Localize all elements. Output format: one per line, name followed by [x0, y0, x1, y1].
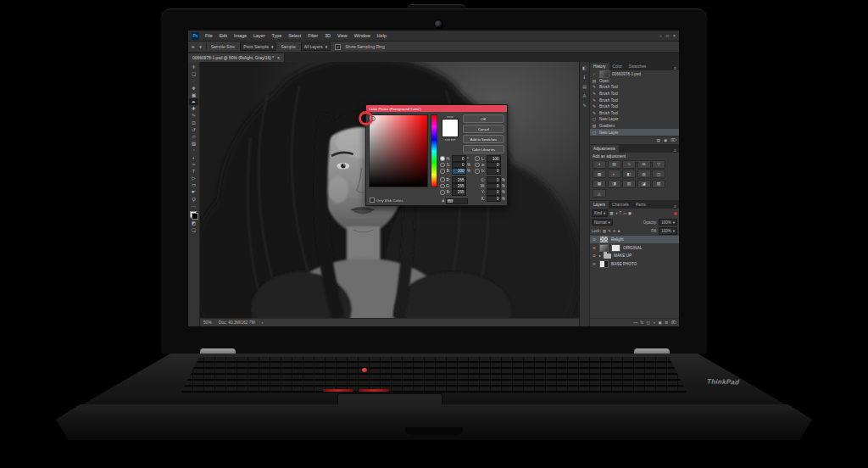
delete-layer-icon[interactable]: ⌦ [671, 320, 676, 325]
dialog-title-bar[interactable]: Color Picker (Foreground Color) [366, 105, 507, 112]
tab-layers[interactable]: Layers [590, 201, 609, 209]
properties-panel-icon[interactable]: ▤ [582, 84, 587, 89]
group-expand-icon[interactable]: ▸ [599, 254, 601, 258]
blue-radio[interactable] [440, 190, 445, 195]
layer-row-base-photo[interactable]: ⊙ BASE PHOTO [590, 259, 679, 268]
layer-name[interactable]: MAKE UP [614, 254, 632, 258]
color-balance-icon[interactable]: ◐ [608, 170, 621, 178]
photo-filter-icon[interactable]: ◍ [637, 170, 651, 178]
menu-filter[interactable]: Filter [307, 33, 319, 38]
r-field[interactable]: 255 [452, 176, 466, 183]
history-state-row[interactable]: ▢New Layer [590, 116, 679, 123]
brush-tool-icon[interactable]: ✎ [189, 112, 198, 119]
character-panel-icon[interactable]: A [583, 93, 586, 98]
link-layers-icon[interactable]: ⊶ [634, 320, 638, 325]
lock-image-icon[interactable]: ✎ [608, 229, 611, 233]
screen-mode-icon[interactable]: ▢ [189, 226, 198, 233]
eyedropper-tool-icon[interactable]: ✒ [189, 98, 198, 105]
history-state-row-selected[interactable]: ▢New Layer [590, 129, 679, 136]
black-white-icon[interactable]: ◧ [622, 170, 636, 178]
edit-toolbar-icon[interactable]: ⋯ [189, 203, 198, 209]
tab-channels[interactable]: Channels [609, 201, 632, 209]
history-snapshot-row[interactable]: ✓ 00660978-1.psd [590, 70, 679, 78]
color-lookup-icon[interactable]: ▩ [593, 180, 606, 188]
brush-settings-panel-icon[interactable]: ✎ [582, 103, 586, 108]
fill-select[interactable]: 100%▾ [659, 227, 677, 235]
levels-icon[interactable]: ▤ [608, 160, 621, 169]
eyedropper-tool-icon[interactable]: ✒ [192, 44, 195, 49]
show-sampling-ring-checkbox[interactable]: ✓ [335, 44, 341, 50]
threshold-icon[interactable]: ◪ [637, 180, 651, 188]
tab-paths[interactable]: Paths [632, 201, 649, 209]
pen-tool-icon[interactable]: ✑ [189, 161, 198, 168]
menu-type[interactable]: Type [270, 33, 282, 38]
gradient-tool-icon[interactable]: ▨ [189, 140, 198, 147]
hand-tool-icon[interactable]: ☛ [189, 188, 198, 195]
gradient-map-icon[interactable]: ▧ [652, 180, 665, 188]
cancel-button[interactable]: Cancel [463, 125, 504, 133]
filter-adjustment-layers-icon[interactable]: ◑ [615, 211, 618, 215]
tab-close-icon[interactable]: × [277, 56, 280, 60]
filter-kind-select[interactable]: Kind▾ [592, 209, 608, 217]
only-web-colors-checkbox[interactable] [370, 198, 375, 203]
tab-history[interactable]: History [590, 63, 609, 70]
status-caret-icon[interactable]: › [261, 320, 263, 325]
menu-file[interactable]: File [204, 33, 214, 38]
new-layer-icon[interactable]: ⊞ [665, 320, 668, 325]
color-picker-dialog[interactable]: Color Picker (Foreground Color) new [365, 104, 508, 206]
delete-state-icon[interactable]: ⌦ [670, 138, 676, 142]
lasso-tool-icon[interactable]: ◌ [189, 77, 198, 84]
layer-thumbnail[interactable] [599, 244, 609, 252]
lock-position-icon[interactable]: ✛ [613, 229, 616, 233]
info-panel-icon[interactable]: ℹ [584, 75, 586, 80]
crop-tool-icon[interactable]: ▣ [189, 92, 198, 98]
trackpoint[interactable] [362, 368, 367, 372]
layer-mask-thumbnail[interactable] [611, 244, 620, 252]
menu-edit[interactable]: Edit [219, 33, 228, 38]
hue-saturation-icon[interactable]: ▦ [593, 170, 606, 178]
quick-mask-icon[interactable]: ◩ [189, 220, 198, 226]
lock-transparent-icon[interactable]: ▨ [603, 229, 606, 233]
layer-name[interactable]: BASE PHOTO [611, 262, 637, 266]
dodge-tool-icon[interactable]: ◐ [189, 153, 198, 160]
brightness-contrast-icon[interactable]: ◑ [593, 160, 606, 169]
blur-tool-icon[interactable]: ◔ [189, 147, 198, 153]
layer-style-icon[interactable]: fx [641, 320, 644, 325]
menu-select[interactable]: Select [287, 33, 302, 38]
history-state-row[interactable]: ▨Gradient [590, 123, 679, 130]
new-snapshot-icon[interactable]: ◉ [664, 138, 667, 142]
lab-l-radio[interactable] [475, 156, 480, 161]
layer-row-original[interactable]: ⊙ ORIGINAL [590, 243, 679, 252]
keyboard[interactable] [181, 357, 687, 393]
visibility-eye-icon[interactable]: ⊙ [592, 237, 597, 242]
saturation-radio[interactable] [440, 163, 445, 168]
tab-adjustments[interactable]: Adjustments [590, 145, 619, 153]
marquee-tool-icon[interactable]: ▢ [189, 70, 198, 77]
green-radio[interactable] [440, 184, 445, 189]
menu-view[interactable]: View [337, 33, 348, 38]
color-libraries-button[interactable]: Color Libraries [463, 145, 504, 153]
hue-slider[interactable] [431, 114, 437, 187]
history-state-row[interactable]: ✎Brush Tool [590, 109, 679, 116]
h-field[interactable]: 0 [452, 155, 466, 162]
blend-mode-select[interactable]: Normal▾ [592, 219, 613, 226]
k-field[interactable]: 0 [487, 196, 501, 203]
m-field[interactable]: 0 [487, 183, 501, 190]
menu-3d[interactable]: 3D [324, 33, 331, 38]
filter-type-layers-icon[interactable]: T [619, 211, 621, 215]
menu-help[interactable]: Help [376, 33, 387, 38]
tab-swatches[interactable]: Swatches [626, 63, 649, 70]
path-selection-tool-icon[interactable]: ▷ [189, 175, 198, 181]
trackpoint-button-right[interactable] [359, 389, 389, 392]
new-document-from-state-icon[interactable]: ▤ [656, 138, 660, 142]
history-state-row[interactable]: ✎Brush Tool [590, 84, 679, 91]
blue-field[interactable]: 255 [452, 189, 466, 196]
l-field[interactable]: 100 [487, 155, 501, 162]
lock-all-icon[interactable]: ∎ [618, 229, 620, 233]
layer-name[interactable]: Relight [611, 237, 624, 242]
visibility-eye-icon[interactable]: ⊙ [592, 246, 597, 250]
b-field[interactable]: 100 [452, 168, 466, 175]
invert-icon[interactable]: ◨ [608, 180, 621, 188]
menu-image[interactable]: Image [233, 33, 248, 38]
layer-row-relight[interactable]: ⊙ Relight [590, 236, 679, 244]
